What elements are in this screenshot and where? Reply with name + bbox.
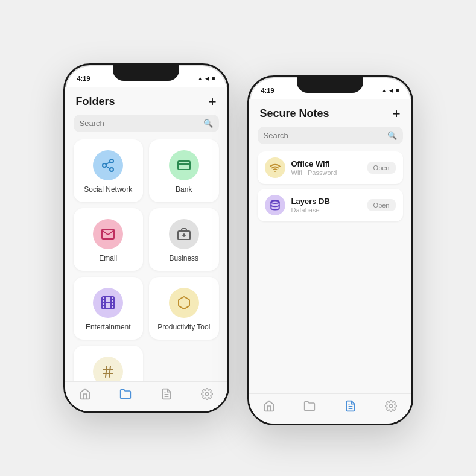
layers-db-text: Layers DB Database <box>291 197 361 214</box>
social-network-icon <box>93 150 123 180</box>
business-label: Business <box>169 254 198 262</box>
office-wifi-name: Office Wifi <box>291 159 361 168</box>
office-wifi-sub: Wifi · Password <box>291 169 361 176</box>
folders-search-input[interactable] <box>80 119 200 128</box>
nav-folder-2[interactable] <box>303 400 316 415</box>
status-time-2: 4:19 <box>261 87 274 94</box>
nav-doc-1[interactable] <box>160 388 173 403</box>
office-wifi-open-button[interactable]: Open <box>367 162 396 174</box>
svg-point-26 <box>271 200 279 203</box>
layers-db-open-button[interactable]: Open <box>367 199 396 211</box>
folders-search-bar[interactable]: 🔍 <box>74 115 219 132</box>
signal-icon-2: ▲ <box>381 87 387 94</box>
svg-point-24 <box>205 392 208 395</box>
productivity-tool-label: Productivity Tool <box>157 323 210 331</box>
office-wifi-icon <box>265 157 285 178</box>
nav-doc-2[interactable] <box>344 400 357 415</box>
notes-search-icon: 🔍 <box>387 131 397 140</box>
wifi-status-icon-2: ◀ <box>389 87 393 94</box>
status-time-1: 4:19 <box>77 75 90 82</box>
notch-2 <box>297 77 363 93</box>
productivity-tool-icon <box>169 288 199 318</box>
folders-add-button[interactable]: + <box>209 94 217 110</box>
entertainment-icon <box>93 288 123 318</box>
scene: 4:19 ▲ ◀ ■ Folders + 🔍 <box>0 0 476 476</box>
email-icon <box>93 219 123 249</box>
notes-screen: Secure Notes + 🔍 Office Wifi <box>249 99 411 424</box>
notes-add-button[interactable]: + <box>393 106 401 122</box>
phone-folders: 4:19 ▲ ◀ ■ Folders + 🔍 <box>63 63 229 413</box>
notes-search-input[interactable] <box>264 131 384 140</box>
svg-line-20 <box>106 366 107 377</box>
folder-card-email[interactable]: Email <box>74 208 144 271</box>
phone-secure-notes: 4:19 ▲ ◀ ■ Secure Notes + 🔍 <box>247 75 413 425</box>
nav-folder-1[interactable] <box>119 388 132 403</box>
folders-title: Folders <box>76 95 115 108</box>
folders-grid: Social Network Bank <box>65 139 227 381</box>
nav-home-2[interactable] <box>263 400 275 415</box>
bank-icon <box>169 150 199 180</box>
notes-header: Secure Notes + <box>249 99 411 127</box>
wifi-status-icon: ◀ <box>205 75 209 81</box>
svg-line-21 <box>109 366 110 377</box>
business-icon <box>169 219 199 249</box>
status-icons-1: ▲ ◀ ■ <box>197 75 215 81</box>
folder-card-bank[interactable]: Bank <box>149 139 219 202</box>
entertainment-label: Entertainment <box>86 323 131 331</box>
signal-icon: ▲ <box>197 75 203 81</box>
notes-title: Secure Notes <box>260 107 329 120</box>
social-network-label: Social Network <box>84 185 132 194</box>
folder-card-productivity-tool[interactable]: Productivity Tool <box>149 277 219 340</box>
notes-list: Office Wifi Wifi · Password Open Layer <box>249 151 411 393</box>
layers-db-icon <box>265 195 285 215</box>
office-wifi-text: Office Wifi Wifi · Password <box>291 159 361 176</box>
layers-db-name: Layers DB <box>291 197 361 206</box>
email-label: Email <box>99 254 117 262</box>
nav-settings-2[interactable] <box>385 400 397 415</box>
folder-card-others[interactable]: Others <box>74 346 144 381</box>
nav-home-1[interactable] <box>79 388 91 403</box>
svg-line-3 <box>106 166 110 168</box>
bank-label: Bank <box>176 185 192 194</box>
status-icons-2: ▲ ◀ ■ <box>381 87 399 94</box>
svg-point-29 <box>389 404 392 407</box>
notes-bottom-nav <box>249 393 411 424</box>
folders-screen: Folders + 🔍 Social Network <box>65 87 227 411</box>
svg-line-4 <box>106 162 110 164</box>
notes-search-bar[interactable]: 🔍 <box>258 127 403 144</box>
note-item-office-wifi[interactable]: Office Wifi Wifi · Password Open <box>258 151 403 184</box>
battery-icon: ■ <box>212 75 215 81</box>
notch-1 <box>113 65 179 81</box>
note-item-layers-db[interactable]: Layers DB Database Open <box>258 189 403 221</box>
folders-header: Folders + <box>65 87 227 115</box>
nav-settings-1[interactable] <box>201 388 213 403</box>
svg-rect-5 <box>178 161 190 170</box>
folders-search-icon: 🔍 <box>203 119 213 128</box>
folder-card-entertainment[interactable]: Entertainment <box>74 277 144 340</box>
folder-card-social-network[interactable]: Social Network <box>74 139 144 202</box>
others-icon <box>93 357 123 381</box>
folders-bottom-nav <box>65 381 227 411</box>
folder-card-business[interactable]: Business <box>149 208 219 271</box>
layers-db-sub: Database <box>291 206 361 214</box>
battery-icon-2: ■ <box>396 87 399 94</box>
